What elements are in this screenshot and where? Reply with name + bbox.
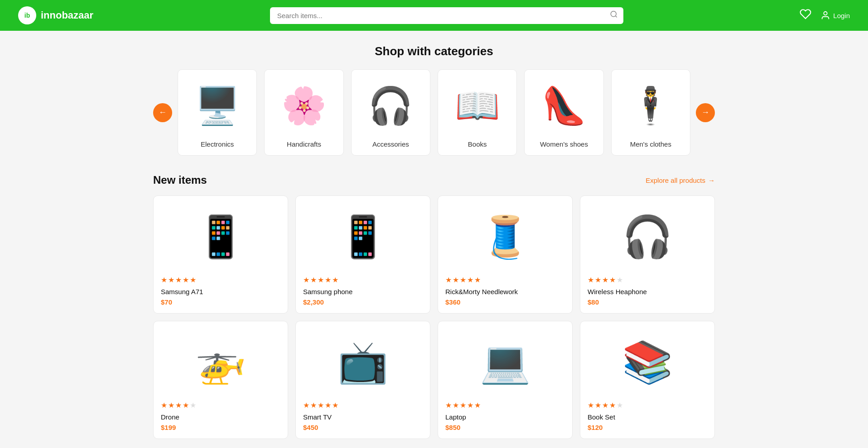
brand-name: innobazaar: [41, 10, 93, 21]
category-card-electronics[interactable]: 🖥️ Electronics: [178, 69, 257, 156]
category-card-books[interactable]: 📖 Books: [438, 69, 517, 156]
product-img-samsung-a71: 📱: [161, 205, 280, 268]
category-label-books: Books: [468, 140, 487, 148]
carousel-prev-button[interactable]: ←: [153, 103, 172, 122]
product-name-book-set: Book Set: [588, 413, 707, 421]
product-name-drone: Drone: [161, 413, 280, 421]
product-price-book-set: $120: [588, 424, 707, 431]
svg-line-1: [615, 16, 617, 17]
product-img-book-set: 📚: [588, 330, 707, 394]
product-name-rick-morty-needlework: Rick&Morty Needlework: [445, 288, 565, 295]
new-items-header: New items Explore all products →: [153, 174, 715, 186]
rating-stars-book-set: ★★★★★: [588, 401, 707, 410]
site-header: ib innobazaar Login: [0, 0, 868, 31]
product-img-samsung-phone: 📱: [303, 205, 423, 268]
main-content: Shop with categories ← 🖥️ Electronics 🌸 …: [144, 31, 724, 448]
product-price-drone: $199: [161, 424, 280, 431]
category-card-accessories[interactable]: 🎧 Accessories: [351, 69, 430, 156]
product-name-laptop: Laptop: [445, 413, 565, 421]
rating-stars-samsung-a71: ★★★★★: [161, 276, 280, 284]
rating-stars-wireless-headphone: ★★★★★: [588, 276, 707, 284]
rating-stars-drone: ★★★★★: [161, 401, 280, 410]
product-price-samsung-phone: $2,300: [303, 298, 423, 306]
category-img-mens-clothes: 🕴️: [623, 79, 678, 133]
product-card-book-set[interactable]: 📚 ★★★★★ Book Set $120: [580, 321, 715, 439]
category-img-handicrafts: 🌸: [277, 79, 331, 133]
product-img-drone: 🚁: [161, 330, 280, 394]
product-card-wireless-headphone[interactable]: 🎧 ★★★★★ Wireless Heaphone $80: [580, 195, 715, 314]
product-img-wireless-headphone: 🎧: [588, 205, 707, 268]
product-price-laptop: $850: [445, 424, 565, 431]
explore-arrow-icon: →: [708, 176, 715, 184]
logo-icon: ib: [18, 6, 36, 24]
category-img-accessories: 🎧: [363, 79, 418, 133]
rating-stars-rick-morty-needlework: ★★★★★: [445, 276, 565, 284]
product-card-samsung-a71[interactable]: 📱 ★★★★★ Samsung A71 $70: [153, 195, 288, 314]
category-card-womens-shoes[interactable]: 👠 Women's shoes: [524, 69, 603, 156]
category-label-accessories: Accessories: [372, 140, 409, 148]
product-card-samsung-phone[interactable]: 📱 ★★★★★ Samsung phone $2,300: [295, 195, 430, 314]
svg-point-0: [611, 11, 616, 17]
search-button[interactable]: [610, 10, 618, 21]
product-card-smart-tv[interactable]: 📺 ★★★★★ Smart TV $450: [295, 321, 430, 439]
new-items-title: New items: [153, 174, 207, 186]
product-price-smart-tv: $450: [303, 424, 423, 431]
product-img-laptop: 💻: [445, 330, 565, 394]
wishlist-icon[interactable]: [800, 8, 811, 23]
products-grid: 📱 ★★★★★ Samsung A71 $70 📱 ★★★★★ Samsung …: [153, 195, 715, 439]
product-price-rick-morty-needlework: $360: [445, 298, 565, 306]
product-name-samsung-a71: Samsung A71: [161, 288, 280, 295]
category-card-handicrafts[interactable]: 🌸 Handicrafts: [264, 69, 343, 156]
header-actions: Login: [800, 8, 850, 23]
product-img-rick-morty-needlework: 🧵: [445, 205, 565, 268]
login-button[interactable]: Login: [820, 10, 850, 20]
product-price-wireless-headphone: $80: [588, 298, 707, 306]
category-label-handicrafts: Handicrafts: [287, 140, 321, 148]
rating-stars-laptop: ★★★★★: [445, 401, 565, 410]
explore-all-link[interactable]: Explore all products →: [646, 176, 715, 184]
search-bar: [270, 7, 623, 24]
product-card-laptop[interactable]: 💻 ★★★★★ Laptop $850: [438, 321, 573, 439]
category-label-electronics: Electronics: [201, 140, 234, 148]
product-price-samsung-a71: $70: [161, 298, 280, 306]
category-label-womens-shoes: Women's shoes: [540, 140, 588, 148]
logo-area[interactable]: ib innobazaar: [18, 6, 93, 24]
category-card-mens-clothes[interactable]: 🕴️ Men's clothes: [611, 69, 690, 156]
product-card-rick-morty-needlework[interactable]: 🧵 ★★★★★ Rick&Morty Needlework $360: [438, 195, 573, 314]
category-img-electronics: 🖥️: [190, 79, 245, 133]
categories-title: Shop with categories: [153, 44, 715, 58]
rating-stars-smart-tv: ★★★★★: [303, 401, 423, 410]
categories-wrapper: ← 🖥️ Electronics 🌸 Handicrafts 🎧 Accesso…: [153, 69, 715, 156]
search-input[interactable]: [270, 7, 623, 24]
product-name-samsung-phone: Samsung phone: [303, 288, 423, 295]
product-img-smart-tv: 📺: [303, 330, 423, 394]
rating-stars-samsung-phone: ★★★★★: [303, 276, 423, 284]
category-label-mens-clothes: Men's clothes: [630, 140, 671, 148]
category-img-womens-shoes: 👠: [537, 79, 591, 133]
product-name-smart-tv: Smart TV: [303, 413, 423, 421]
product-card-drone[interactable]: 🚁 ★★★★★ Drone $199: [153, 321, 288, 439]
carousel-next-button[interactable]: →: [696, 103, 715, 122]
categories-carousel: 🖥️ Electronics 🌸 Handicrafts 🎧 Accessori…: [178, 69, 690, 156]
product-name-wireless-headphone: Wireless Heaphone: [588, 288, 707, 295]
category-img-books: 📖: [450, 79, 505, 133]
svg-point-2: [824, 12, 827, 15]
